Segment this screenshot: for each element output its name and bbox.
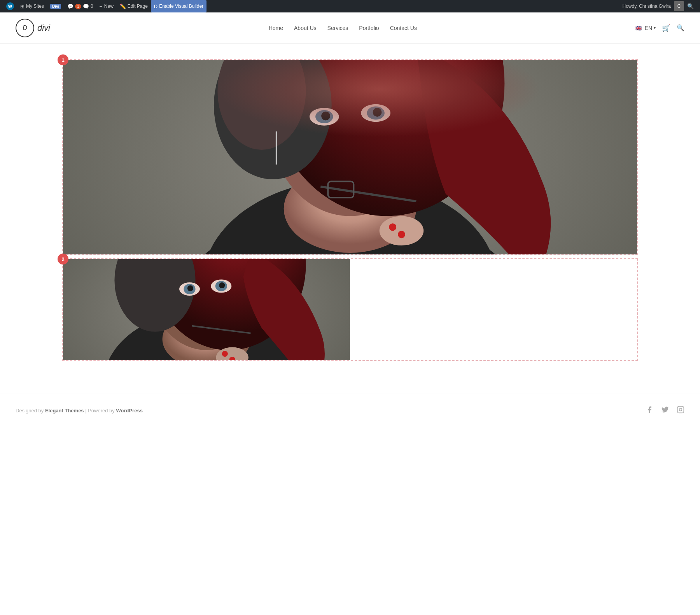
admin-bar: W ⊞ My Sites Divi 💬 3 🗨️ 0 + New ✏️ Edit… (0, 0, 700, 12)
svg-point-2 (166, 209, 534, 254)
admin-bar-right: Howdy, Christina Gwira C 🔍 (620, 1, 697, 11)
new-item[interactable]: + New (96, 0, 117, 12)
post-icon: 🗨️ (83, 4, 89, 9)
facebook-icon[interactable] (646, 406, 653, 415)
grid-icon: ⊞ (20, 4, 24, 9)
svg-point-7 (214, 60, 332, 179)
svg-point-9 (310, 108, 339, 125)
admin-search-icon[interactable]: 🔍 (684, 3, 697, 9)
nav-home[interactable]: Home (269, 25, 283, 31)
photo-small (63, 259, 350, 360)
elegant-themes-link[interactable]: Elegant Themes (45, 408, 84, 414)
svg-point-11 (321, 112, 330, 121)
svg-point-36 (222, 351, 228, 357)
main-wrapper: D divi Home About Us Services Portfolio … (0, 12, 700, 615)
nav-about[interactable]: About Us (294, 25, 317, 31)
svg-point-20 (398, 231, 405, 238)
section-2-container: 2 (62, 258, 638, 361)
section-1-container: 1 (62, 59, 638, 255)
site-logo[interactable]: D divi (16, 19, 50, 37)
plus-icon: + (100, 3, 103, 9)
nav-contact[interactable]: Contact Us (390, 25, 417, 31)
svg-point-30 (187, 286, 193, 291)
search-nav-icon[interactable]: 🔍 (677, 24, 684, 32)
wordpress-link[interactable]: WordPress (116, 408, 142, 414)
divi-badge: Divi (50, 4, 61, 9)
svg-rect-16 (328, 181, 354, 198)
section-2-image (63, 259, 350, 360)
section-2-col-right (350, 259, 637, 360)
howdy-text: Howdy, Christina Gwira (620, 4, 674, 9)
logo-text: divi (37, 23, 50, 33)
edit-page-label: Edit Page (128, 4, 148, 9)
svg-line-15 (320, 187, 416, 201)
footer-credit-text: Designed by (16, 408, 45, 414)
chevron-down-icon: ▾ (654, 26, 656, 30)
svg-rect-0 (63, 60, 637, 254)
footer-separator: | Powered by (84, 408, 116, 414)
admin-avatar[interactable]: C (674, 1, 684, 11)
comments-item[interactable]: 💬 3 🗨️ 0 (64, 0, 96, 12)
my-sites-item[interactable]: ⊞ My Sites (17, 0, 47, 12)
svg-point-14 (373, 108, 382, 117)
photo-large (63, 60, 637, 254)
twitter-icon[interactable] (661, 406, 669, 415)
zero-label: 0 (91, 4, 93, 9)
svg-point-5 (269, 60, 431, 216)
flag-icon: 🇬🇧 (635, 25, 643, 31)
section-2-row (63, 259, 637, 360)
section-1-number: 1 (58, 54, 68, 65)
svg-point-4 (284, 165, 416, 253)
svg-rect-1 (63, 60, 637, 254)
nav-services[interactable]: Services (327, 25, 348, 31)
divi-d-icon: D (154, 4, 158, 9)
enable-vb-label: Enable Visual Builder (159, 4, 203, 9)
portrait-svg-small (63, 259, 350, 360)
nav-right: 🇬🇧 EN ▾ 🛒 🔍 (635, 24, 684, 32)
page-content: 1 (0, 44, 700, 394)
svg-point-12 (361, 104, 390, 122)
my-sites-label: My Sites (26, 4, 44, 9)
svg-point-33 (219, 282, 225, 288)
edit-page-item[interactable]: ✏️ Edit Page (117, 0, 151, 12)
footer-social (646, 406, 684, 415)
svg-point-10 (315, 110, 333, 123)
new-label: New (104, 4, 114, 9)
instagram-icon[interactable] (677, 406, 684, 415)
comment-icon: 💬 (67, 4, 74, 9)
nav-portfolio[interactable]: Portfolio (359, 25, 379, 31)
cart-icon[interactable]: 🛒 (662, 24, 670, 32)
logo-letter: D (23, 25, 27, 32)
svg-point-13 (367, 106, 385, 119)
logo-circle: D (16, 19, 34, 37)
divi-item[interactable]: Divi (47, 0, 64, 12)
lang-label: EN (645, 25, 652, 31)
site-footer: Designed by Elegant Themes | Powered by … (0, 394, 700, 427)
footer-credit: Designed by Elegant Themes | Powered by … (16, 408, 143, 414)
svg-point-3 (203, 179, 497, 254)
wp-logo-item[interactable]: W (3, 0, 17, 12)
section-2-number: 2 (58, 254, 68, 265)
lang-selector[interactable]: 🇬🇧 EN ▾ (635, 25, 656, 31)
svg-point-6 (269, 60, 505, 216)
comments-count: 3 (75, 4, 81, 9)
portrait-svg-large (63, 60, 637, 254)
pencil-icon: ✏️ (120, 4, 126, 9)
svg-point-8 (217, 60, 306, 150)
section-2-col-left (63, 259, 350, 360)
svg-point-18 (380, 216, 424, 245)
wp-logo: W (6, 2, 14, 10)
site-nav: Home About Us Services Portfolio Contact… (269, 25, 417, 31)
svg-rect-38 (677, 406, 684, 413)
section-1-image (63, 60, 637, 254)
enable-vb-item[interactable]: D Enable Visual Builder (151, 0, 206, 12)
svg-point-19 (389, 223, 396, 231)
site-header: D divi Home About Us Services Portfolio … (0, 12, 700, 44)
